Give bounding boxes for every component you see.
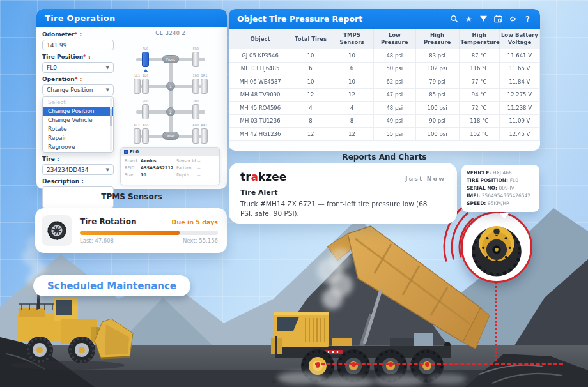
table-cell: 102 psi <box>415 62 459 75</box>
chevron-down-icon: ▼ <box>106 87 109 93</box>
table-cell: 79 psi <box>415 75 459 89</box>
table-cell: 62 psi <box>373 75 415 89</box>
tire-1r1[interactable] <box>201 79 208 94</box>
tire-2l0[interactable] <box>142 104 149 119</box>
axle-node: Front <box>162 55 179 63</box>
tire-select[interactable]: 234234DD434▼ <box>42 164 114 175</box>
tire-info-value: -- <box>197 165 215 171</box>
table-cell: 50 psi <box>373 62 415 75</box>
operation-option[interactable]: Change Vehicle <box>43 116 113 125</box>
tire-info-label: Sensor Id <box>176 158 197 163</box>
column-header: TMPS Sensors <box>330 29 373 49</box>
operation-option[interactable]: Select <box>43 98 113 107</box>
wheel-marker-dot <box>425 362 429 367</box>
operation-option[interactable]: Regroove <box>43 142 113 151</box>
vehicle-info-row: VEHICLE: HXJ 468 <box>467 169 534 177</box>
table-row[interactable]: MH 03 TU12368849 psi90 psi118 °C11.09 V <box>229 114 540 128</box>
table-row[interactable]: MH 42 HG1236121255 psi100 psi102 °C12.45… <box>229 128 540 141</box>
tire-rr0[interactable] <box>192 128 199 144</box>
table-cell: MH 03 HJ6485 <box>229 62 291 75</box>
table-cell: 8 <box>291 114 330 128</box>
description-label: Description : <box>42 178 114 185</box>
wheel-marker-dot <box>389 362 393 367</box>
rotation-title: Tire Rotation <box>80 217 137 226</box>
table-cell: MH 03 TU1236 <box>229 114 291 128</box>
tire-position-label: 1R1 <box>199 73 210 77</box>
tpms-sensors-label: TPMS Sensors <box>36 192 227 201</box>
table-cell: 10 <box>291 49 330 63</box>
tire-rr1[interactable] <box>201 128 208 144</box>
tire-sensor-zoom-bubble <box>461 211 532 283</box>
tire-pressure-table: ObjectTotal TiresTMPS SensorsLow Pressur… <box>229 29 540 141</box>
tire-position-label: 2L0 <box>141 99 151 103</box>
tire-2r0[interactable] <box>192 104 199 119</box>
tire-alert-notification[interactable]: trakzee Just Now Tire Alert Truck #MH14 … <box>229 163 457 224</box>
table-cell: MH 42 HG1236 <box>229 128 291 141</box>
tire-info-value: Aeolus <box>141 158 176 163</box>
rotation-due-badge: Due in 5 days <box>172 218 218 225</box>
scheduled-maintenance-button[interactable]: Scheduled Maintenance <box>33 275 190 296</box>
favorite-star-icon[interactable]: ★ <box>465 15 473 24</box>
column-header: Object <box>229 29 291 49</box>
table-row[interactable]: MH 06 WE4587101062 psi79 psi77 °C11.84 V <box>229 75 540 89</box>
table-cell: 118 °C <box>459 114 499 128</box>
tire-info-label: Size <box>125 172 141 178</box>
tire-rl1[interactable] <box>134 128 141 144</box>
tire-operation-title: Tire Operation <box>45 13 116 23</box>
table-row[interactable]: GJ 05 KP3546101048 psi83 psi87 °C11.641 … <box>229 49 540 63</box>
sensor-trace-line <box>495 282 497 365</box>
table-cell: 49 psi <box>373 114 415 128</box>
operation-option[interactable]: Change Position <box>43 107 113 116</box>
table-cell: 12 <box>291 128 330 141</box>
tire-operation-header: Tire Operation <box>36 9 227 27</box>
tire-info-value: -- <box>197 172 215 178</box>
table-cell: 12 <box>291 88 330 102</box>
tire-1l0[interactable] <box>142 79 149 94</box>
table-cell: 10 <box>330 75 373 89</box>
table-cell: 10 <box>330 49 373 63</box>
table-row[interactable]: MH 03 HJ64856650 psi102 psi116 °C11.65 V <box>229 62 540 75</box>
table-row[interactable]: MH 45 RO45964448 psi100 psi72 °C11.238 V <box>229 102 540 115</box>
tire-fr0[interactable] <box>192 52 199 67</box>
tire-wheel-icon <box>42 215 72 246</box>
table-cell: 6 <box>291 62 330 75</box>
tire-1l1[interactable] <box>134 79 141 94</box>
tire-rl0[interactable] <box>142 128 149 144</box>
dropdown-scrollbar[interactable] <box>110 98 112 151</box>
vehicle-model-label: GE 3240 Z <box>117 31 224 36</box>
table-cell: MH 48 TV9090 <box>229 88 291 102</box>
tire-1r0[interactable] <box>192 79 199 94</box>
tire-info-label: RFID <box>125 165 141 171</box>
table-cell: 4 <box>291 102 330 115</box>
tire-position-select[interactable]: FL0▼ <box>42 62 114 73</box>
operation-option[interactable]: Rotate <box>43 125 113 133</box>
table-cell: 55 psi <box>373 128 415 141</box>
operation-label: Operation* : <box>42 76 114 82</box>
operation-dropdown-list: SelectChange PositionChange VehicleRotat… <box>42 96 114 153</box>
vehicle-info-row: IMEI: 3564954555426542 <box>467 192 534 200</box>
notification-body: Truck #MH14 ZX 6721 — front-left tire pr… <box>240 199 432 218</box>
schedule-icon[interactable] <box>494 15 502 24</box>
settings-gear-icon[interactable]: ⚙ <box>509 15 517 24</box>
operation-option[interactable]: Repair <box>43 133 113 142</box>
table-cell: 6 <box>330 62 373 75</box>
table-cell: 12 <box>330 128 373 141</box>
filter-icon[interactable] <box>479 15 488 24</box>
tire-position-label: RL0 <box>141 123 151 127</box>
table-cell: 85 psi <box>415 88 459 102</box>
table-cell: 100 psi <box>415 102 459 115</box>
table-cell: 94 °C <box>459 88 499 102</box>
vehicle-card-pointer <box>500 213 509 219</box>
axle-node: 2 <box>166 107 175 116</box>
tire-position-label: FL0 <box>141 47 151 50</box>
odometer-input[interactable]: 141.99 <box>42 40 114 50</box>
operation-select[interactable]: Change Position▼ <box>42 84 114 95</box>
table-row[interactable]: MH 48 TV9090121247 psi85 psi94 °C12.275 … <box>229 88 540 102</box>
table-cell: 10 <box>291 75 330 89</box>
help-icon[interactable]: ? <box>523 15 532 24</box>
notification-title: Tire Alert <box>240 188 445 197</box>
report-header: Object Tire Pressure Report ★ ⚙ ? <box>229 9 540 29</box>
reports-and-charts-label: Reports And Charts <box>229 153 540 162</box>
tire-fl0[interactable] <box>142 52 149 67</box>
search-icon[interactable] <box>450 15 458 24</box>
